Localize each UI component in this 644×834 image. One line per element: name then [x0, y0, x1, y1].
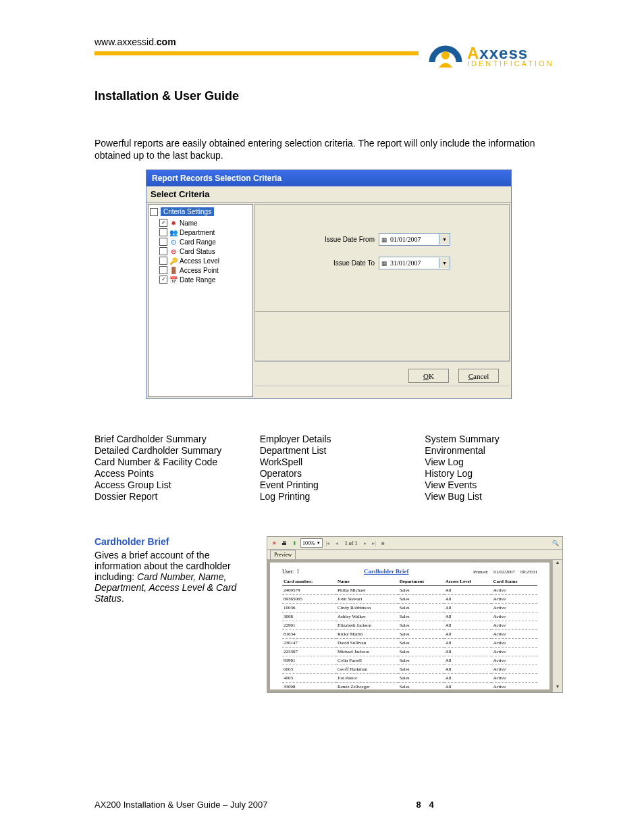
card-range-icon: ⊙ [169, 238, 178, 246]
criteria-root-checkbox[interactable] [150, 208, 158, 216]
department-icon: 👥 [169, 228, 178, 236]
table-header: Card Status [491, 577, 537, 586]
print-icon[interactable]: 🖶 [280, 539, 288, 547]
first-page-icon[interactable]: |◂ [325, 540, 331, 546]
criteria-label: Card Range [180, 238, 216, 246]
list-item: Operators [260, 468, 398, 479]
table-row: 2409579Philip MichaelSalesAllActive [282, 586, 537, 595]
report-types-list: Brief Cardholder Summary Detailed Cardho… [95, 433, 563, 502]
report-col-3: System Summary Environmental View Log Hi… [425, 433, 563, 502]
criteria-label: Card Status [180, 248, 215, 255]
calendar-icon: ▦ [379, 260, 389, 267]
page-title: Installation & User Guide [95, 89, 563, 103]
list-item: Log Printing [260, 491, 398, 502]
list-item: WorkSpell [260, 457, 398, 467]
person-icon: ✸ [169, 219, 178, 227]
calendar-icon: ▦ [379, 236, 389, 243]
table-header: Card number: [282, 577, 336, 586]
criteria-tree[interactable]: Criteria Settings ✸Name 👥Department ⊙Car… [148, 204, 253, 397]
report-preview-window: ✕ 🖶 ⬇ 100%▼ |◂ ◂ 1 of 1 ▸ ▸| ■ 🔍 Preview [267, 536, 563, 693]
criteria-checkbox-department[interactable] [159, 228, 167, 236]
intro-text: Powerful reports are easily obtained ent… [95, 137, 563, 161]
criteria-root-label: Criteria Settings [161, 207, 214, 216]
date-to-input[interactable] [389, 258, 439, 268]
report-col-2: Employer Details Department List WorkSpe… [260, 433, 398, 502]
dropdown-button[interactable]: ▼ [439, 258, 450, 268]
list-item: Environmental [425, 445, 563, 456]
table-header: Access Level [444, 577, 492, 586]
export-icon[interactable]: ⬇ [290, 539, 298, 547]
dropdown-button[interactable]: ▼ [439, 234, 450, 244]
date-from-input[interactable] [389, 234, 439, 244]
close-icon[interactable]: ✕ [270, 539, 278, 547]
criteria-label: Name [180, 219, 198, 227]
date-from-field[interactable]: ▦ ▼ [379, 233, 450, 246]
svg-point-0 [441, 51, 450, 59]
page-indicator: 1 of 1 [342, 540, 360, 546]
table-row: 6003Geoff HarkmanSalesAllActive [282, 665, 537, 674]
list-item: Department List [260, 445, 398, 456]
table-row: 223307Michael JacksonSalesAllActive [282, 648, 537, 656]
dialog-titlebar: Report Records Selection Criteria [146, 170, 511, 186]
table-row: 10036Cindy RobbinsonSalesAllActive [282, 604, 537, 613]
ok-button[interactable]: OK [408, 369, 449, 383]
site-url: www.axxessid.com [95, 36, 428, 47]
criteria-checkbox-access-level[interactable] [159, 257, 167, 265]
list-item: Event Printing [260, 479, 398, 490]
stop-icon[interactable]: ■ [379, 540, 386, 546]
table-row: 93901Colin FarrellSalesAllActive [282, 656, 537, 665]
list-item: Detailed Cardholder Summary [95, 445, 233, 456]
table-row: 4003Jon PastorSalesAllActive [282, 674, 537, 683]
brand-logo: Axxess Identification [428, 36, 563, 77]
report-title: Cardholder Brief [364, 568, 409, 575]
criteria-checkbox-name[interactable] [159, 219, 167, 227]
table-row: 22901Elizabeth JacksonSalesAllActive [282, 621, 537, 630]
next-page-icon[interactable]: ▸ [362, 540, 369, 546]
list-item: View Bug List [425, 491, 563, 502]
preview-toolbar: ✕ 🖶 ⬇ 100%▼ |◂ ◂ 1 of 1 ▸ ▸| ■ 🔍 [267, 537, 562, 550]
vertical-scrollbar[interactable]: ▲ ▼ [552, 560, 562, 692]
list-item: Employer Details [260, 434, 398, 444]
scroll-down-icon[interactable]: ▼ [556, 684, 560, 692]
table-row: 81634Ricky MartinSalesAllActive [282, 630, 537, 639]
table-row: 3008Ashley WalkerSalesAllActive [282, 613, 537, 621]
zoom-select[interactable]: 100%▼ [300, 538, 323, 548]
select-criteria-label: Select Criteria [146, 186, 511, 203]
last-page-icon[interactable]: ▸| [371, 540, 377, 546]
report-table: Card number:NameDepartmentAccess LevelCa… [282, 577, 537, 689]
cardholder-brief-heading: Cardholder Brief [95, 536, 253, 547]
criteria-label: Department [180, 229, 215, 236]
criteria-label: Date Range [180, 276, 215, 284]
cancel-button[interactable]: Cancel [458, 369, 499, 383]
access-level-icon: 🔑 [169, 257, 178, 265]
cardholder-brief-desc: Gives a brief account of the information… [95, 550, 253, 604]
search-icon[interactable]: 🔍 [552, 539, 560, 547]
table-row: 69365065John StewartSalesAllActive [282, 595, 537, 604]
criteria-checkbox-access-point[interactable] [159, 266, 167, 274]
list-item: Access Points [95, 468, 233, 479]
criteria-label: Access Point [180, 267, 219, 274]
criteria-label: Access Level [180, 257, 219, 265]
criteria-checkbox-card-range[interactable] [159, 238, 167, 246]
list-item: Card Number & Facility Code [95, 457, 233, 467]
date-range-icon: 📅 [169, 276, 178, 284]
list-item: History Log [425, 468, 563, 479]
footer-text: AX200 Installation & User Guide – July 2… [95, 800, 268, 810]
list-item: Brief Cardholder Summary [95, 434, 233, 444]
table-header: Department [398, 577, 444, 586]
prev-page-icon[interactable]: ◂ [333, 540, 340, 546]
table-row: 33098Renée ZellwegerSalesAllActive [282, 683, 537, 690]
card-status-icon: ⊖ [169, 247, 178, 255]
table-header: Name [336, 577, 398, 586]
scroll-up-icon[interactable]: ▲ [556, 560, 560, 568]
criteria-checkbox-date-range[interactable] [159, 276, 167, 284]
date-to-field[interactable]: ▦ ▼ [379, 257, 450, 269]
preview-tab[interactable]: Preview [270, 550, 296, 559]
access-point-icon: 🚪 [169, 266, 178, 274]
criteria-checkbox-card-status[interactable] [159, 247, 167, 255]
report-col-1: Brief Cardholder Summary Detailed Cardho… [95, 433, 233, 502]
user-label: User: [282, 569, 294, 575]
page-number: 8 4 [417, 800, 437, 810]
date-to-label: Issue Date To [314, 259, 375, 267]
list-item: System Summary [425, 434, 563, 444]
